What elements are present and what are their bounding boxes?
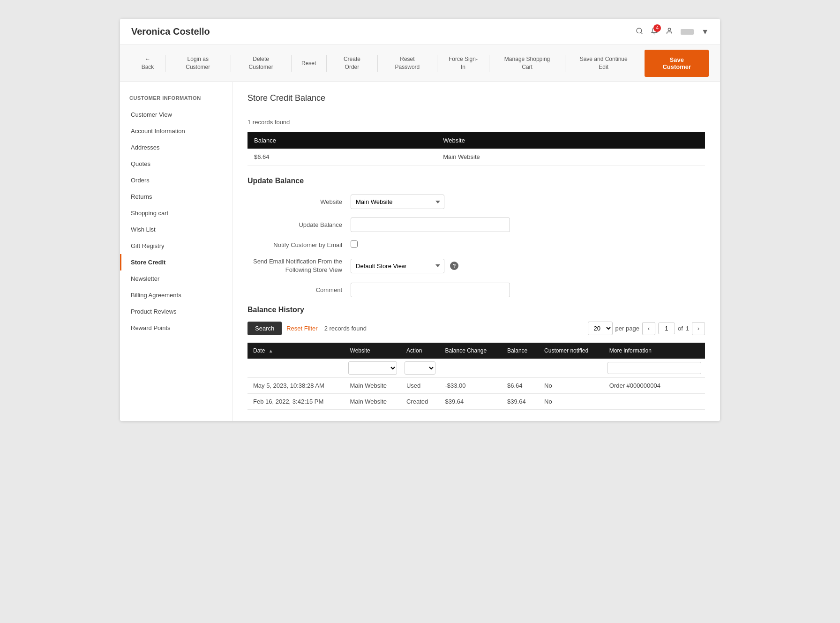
website-filter-select[interactable] [348,361,397,375]
avatar [681,29,694,35]
save-and-continue-edit-button[interactable]: Save and Continue Edit [566,52,641,75]
reset-password-button[interactable]: Reset Password [379,52,436,75]
update-balance-input[interactable] [351,218,510,232]
records-found-label: 1 records found [248,119,705,126]
create-order-button[interactable]: Create Order [328,52,377,75]
balance-cell: $6.64 [248,149,436,165]
toolbar-separator-8 [565,55,565,72]
customer-notified-column-header: Customer notified [539,343,604,359]
table-row: May 5, 2023, 10:38:28 AM Main Website Us… [248,378,705,394]
website-cell: Main Website [436,149,705,165]
notify-checkbox[interactable] [351,240,358,248]
more-info-filter-cell [604,359,705,378]
action-cell: Used [401,378,440,394]
sidebar-item-gift-registry[interactable]: Gift Registry [120,238,232,254]
sidebar-item-billing-agreements[interactable]: Billing Agreements [120,287,232,303]
update-balance-form-row: Update Balance [248,218,705,232]
action-cell: Created [401,394,440,410]
website-select[interactable]: Main Website [351,195,444,209]
customer-notified-cell: No [539,378,604,394]
toolbar-separator-7 [489,55,489,72]
toolbar-separator-5 [377,55,378,72]
page-title: Veronica Costello [131,26,210,37]
help-icon[interactable]: ? [450,262,458,270]
balance-filter-cell [502,359,539,378]
notification-badge: 4 [653,24,661,32]
sidebar-item-quotes[interactable]: Quotes [120,156,232,172]
website-cell: Main Website [345,378,401,394]
toolbar-separator [165,55,165,72]
more-info-filter-input[interactable] [608,362,701,374]
manage-shopping-cart-button[interactable]: Manage Shopping Cart [490,52,564,75]
toolbar-separator-6 [437,55,437,72]
toolbar: ← Back Login as Customer Delete Customer… [120,45,720,82]
force-sign-in-button[interactable]: Force Sign-In [438,52,488,75]
sidebar-item-orders[interactable]: Orders [120,172,232,188]
balance-change-filter-cell [439,359,501,378]
website-cell: Main Website [345,394,401,410]
update-balance-control [351,218,510,232]
balance-column-header: Balance [248,132,436,149]
per-page-select[interactable]: 20 [588,322,613,335]
balance-cell: $6.64 [502,378,539,394]
save-customer-button[interactable]: Save Customer [645,50,709,77]
sidebar-item-addresses[interactable]: Addresses [120,139,232,156]
per-page-label: per page [615,325,639,332]
website-column-header: Website [436,132,705,149]
user-icon[interactable] [666,27,673,37]
reset-button[interactable]: Reset [292,56,325,71]
back-arrow-icon: ← [145,55,150,63]
balance-history-title: Balance History [248,306,705,314]
sidebar-item-customer-view[interactable]: Customer View [120,106,232,123]
sidebar-item-account-information[interactable]: Account Information [120,123,232,139]
of-label: of [678,325,683,332]
search-button[interactable]: Search [248,322,282,335]
store-view-select[interactable]: Default Store View [351,259,444,273]
sidebar-item-store-credit[interactable]: Store Credit [120,254,232,270]
page-number-input[interactable] [658,323,675,334]
sidebar-item-product-reviews[interactable]: Product Reviews [120,303,232,320]
sidebar-item-shopping-cart[interactable]: Shopping cart [120,205,232,221]
search-icon[interactable] [636,27,643,37]
more-info-cell [604,394,705,410]
login-as-customer-button[interactable]: Login as Customer [166,52,230,75]
comment-form-row: Comment [248,283,705,297]
history-records-count: 2 records found [324,325,367,332]
notify-control [351,240,510,249]
customer-notified-filter-cell [539,359,604,378]
next-page-button[interactable]: › [692,322,705,335]
sidebar-item-newsletter[interactable]: Newsletter [120,270,232,287]
page-container: Veronica Costello 4 ▼ [120,19,720,421]
date-cell: Feb 16, 2022, 3:42:15 PM [248,394,345,410]
table-row: Feb 16, 2022, 3:42:15 PM Main Website Cr… [248,394,705,410]
comment-label: Comment [248,286,351,293]
svg-point-2 [668,28,670,30]
date-sort-icon[interactable]: ▲ [269,348,273,353]
sidebar-item-returns[interactable]: Returns [120,188,232,205]
sidebar: CUSTOMER INFORMATION Customer View Accou… [120,82,232,421]
email-store-view-control: Default Store View ? [351,259,510,273]
more-info-column-header: More information [604,343,705,359]
toolbar-separator-4 [326,55,327,72]
dropdown-icon[interactable]: ▼ [701,28,709,36]
sidebar-item-wish-list[interactable]: Wish List [120,221,232,238]
main-content: CUSTOMER INFORMATION Customer View Accou… [120,82,720,421]
email-store-view-label: Send Email Notification From the Followi… [248,257,351,274]
action-filter-select[interactable] [405,361,436,375]
sidebar-item-reward-points[interactable]: Reward Points [120,320,232,336]
delete-customer-button[interactable]: Delete Customer [232,52,290,75]
top-bar: Veronica Costello 4 ▼ [120,19,720,45]
notifications-icon[interactable]: 4 [651,27,658,37]
website-control: Main Website [351,195,510,209]
balance-change-column-header: Balance Change [439,343,501,359]
reset-filter-button[interactable]: Reset Filter [286,325,317,332]
comment-input[interactable] [351,283,510,297]
prev-page-button[interactable]: ‹ [642,322,655,335]
more-info-cell: Order #000000004 [604,378,705,394]
history-table: Date ▲ Website Action Balance Change Bal… [248,343,705,410]
back-button[interactable]: ← Back [131,52,164,75]
store-credit-table: Balance Website $6.64 Main Website [248,132,705,165]
toolbar-separator-3 [291,55,292,72]
balance-change-cell: $39.64 [439,394,501,410]
top-bar-icons: 4 ▼ [636,27,709,37]
